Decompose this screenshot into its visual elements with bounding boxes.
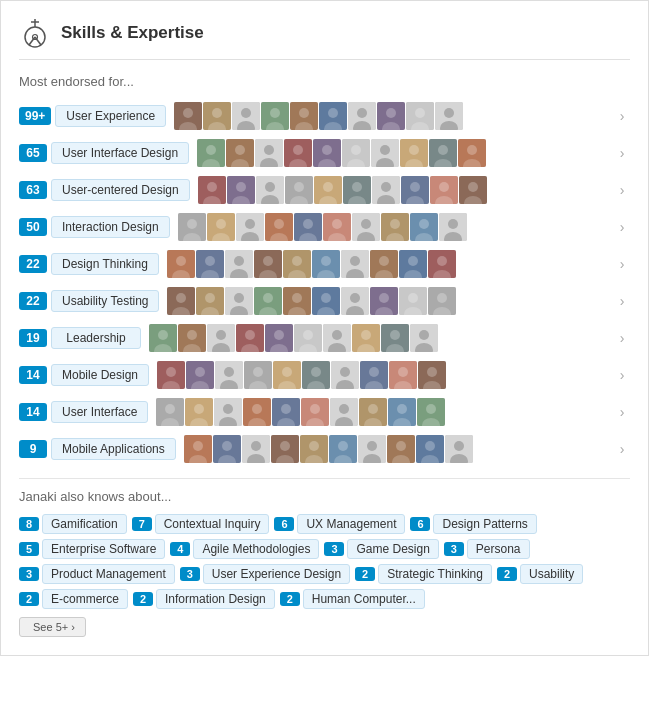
avatar[interactable]: [232, 102, 260, 130]
avatar[interactable]: [313, 139, 341, 167]
avatar[interactable]: [167, 287, 195, 315]
avatar[interactable]: [418, 361, 446, 389]
avatar[interactable]: [359, 398, 387, 426]
avatar[interactable]: [370, 287, 398, 315]
skill-label[interactable]: Mobile Applications: [51, 438, 176, 460]
avatar[interactable]: [236, 324, 264, 352]
avatar[interactable]: [428, 250, 456, 278]
avatar[interactable]: [399, 287, 427, 315]
avatar[interactable]: [330, 398, 358, 426]
tag-label[interactable]: E-commerce: [42, 589, 128, 609]
avatar[interactable]: [371, 139, 399, 167]
tag-label[interactable]: Information Design: [156, 589, 275, 609]
avatar[interactable]: [400, 139, 428, 167]
avatar[interactable]: [225, 250, 253, 278]
avatar[interactable]: [314, 176, 342, 204]
avatar[interactable]: [352, 324, 380, 352]
skill-arrow-button[interactable]: ›: [614, 287, 630, 315]
avatar[interactable]: [156, 398, 184, 426]
avatar[interactable]: [312, 250, 340, 278]
avatar[interactable]: [343, 176, 371, 204]
avatar[interactable]: [213, 435, 241, 463]
skill-arrow-button[interactable]: ›: [614, 213, 630, 241]
skill-arrow-button[interactable]: ›: [614, 176, 630, 204]
avatar[interactable]: [254, 250, 282, 278]
avatar[interactable]: [389, 361, 417, 389]
avatar[interactable]: [358, 435, 386, 463]
avatar[interactable]: [323, 213, 351, 241]
avatar[interactable]: [294, 213, 322, 241]
avatar[interactable]: [381, 324, 409, 352]
avatar[interactable]: [435, 102, 463, 130]
avatar[interactable]: [323, 324, 351, 352]
avatar[interactable]: [294, 324, 322, 352]
avatar[interactable]: [198, 176, 226, 204]
avatar[interactable]: [372, 176, 400, 204]
skill-label[interactable]: Leadership: [51, 327, 141, 349]
skill-label[interactable]: User-centered Design: [51, 179, 190, 201]
avatar[interactable]: [341, 250, 369, 278]
avatar[interactable]: [225, 287, 253, 315]
avatar[interactable]: [178, 213, 206, 241]
avatar[interactable]: [417, 398, 445, 426]
avatar[interactable]: [167, 250, 195, 278]
tag-label[interactable]: Strategic Thinking: [378, 564, 492, 584]
tag-label[interactable]: Design Patterns: [433, 514, 536, 534]
avatar[interactable]: [265, 213, 293, 241]
skill-label[interactable]: Interaction Design: [51, 216, 170, 238]
avatar[interactable]: [348, 102, 376, 130]
avatar[interactable]: [261, 102, 289, 130]
avatar[interactable]: [203, 102, 231, 130]
avatar[interactable]: [329, 435, 357, 463]
tag-label[interactable]: Persona: [467, 539, 530, 559]
avatar[interactable]: [331, 361, 359, 389]
avatar[interactable]: [401, 176, 429, 204]
skill-label[interactable]: Mobile Design: [51, 364, 149, 386]
tag-label[interactable]: Game Design: [347, 539, 438, 559]
avatar[interactable]: [214, 398, 242, 426]
avatar[interactable]: [381, 213, 409, 241]
avatar[interactable]: [430, 176, 458, 204]
see-more-button[interactable]: See 5+ ›: [19, 617, 86, 637]
avatar[interactable]: [157, 361, 185, 389]
avatar[interactable]: [254, 287, 282, 315]
avatar[interactable]: [428, 287, 456, 315]
tag-label[interactable]: Enterprise Software: [42, 539, 165, 559]
avatar[interactable]: [302, 361, 330, 389]
tag-label[interactable]: Agile Methodologies: [193, 539, 319, 559]
avatar[interactable]: [387, 435, 415, 463]
avatar[interactable]: [290, 102, 318, 130]
skill-arrow-button[interactable]: ›: [614, 102, 630, 130]
avatar[interactable]: [227, 176, 255, 204]
avatar[interactable]: [196, 287, 224, 315]
avatar[interactable]: [178, 324, 206, 352]
avatar[interactable]: [410, 324, 438, 352]
avatar[interactable]: [149, 324, 177, 352]
avatar[interactable]: [273, 361, 301, 389]
tag-label[interactable]: Usability: [520, 564, 583, 584]
skill-arrow-button[interactable]: ›: [614, 250, 630, 278]
avatar[interactable]: [459, 176, 487, 204]
skill-label[interactable]: User Interface: [51, 401, 148, 423]
skill-label[interactable]: Usability Testing: [51, 290, 159, 312]
avatar[interactable]: [285, 176, 313, 204]
tag-label[interactable]: Human Computer...: [303, 589, 425, 609]
avatar[interactable]: [236, 213, 264, 241]
avatar[interactable]: [265, 324, 293, 352]
avatar[interactable]: [360, 361, 388, 389]
avatar[interactable]: [215, 361, 243, 389]
avatar[interactable]: [388, 398, 416, 426]
avatar[interactable]: [174, 102, 202, 130]
avatar[interactable]: [458, 139, 486, 167]
avatar[interactable]: [410, 213, 438, 241]
avatar[interactable]: [226, 139, 254, 167]
avatar[interactable]: [416, 435, 444, 463]
avatar[interactable]: [271, 435, 299, 463]
avatar[interactable]: [283, 250, 311, 278]
skill-label[interactable]: User Experience: [55, 105, 166, 127]
avatar[interactable]: [352, 213, 380, 241]
avatar[interactable]: [207, 324, 235, 352]
avatar[interactable]: [377, 102, 405, 130]
avatar[interactable]: [399, 250, 427, 278]
avatar[interactable]: [439, 213, 467, 241]
